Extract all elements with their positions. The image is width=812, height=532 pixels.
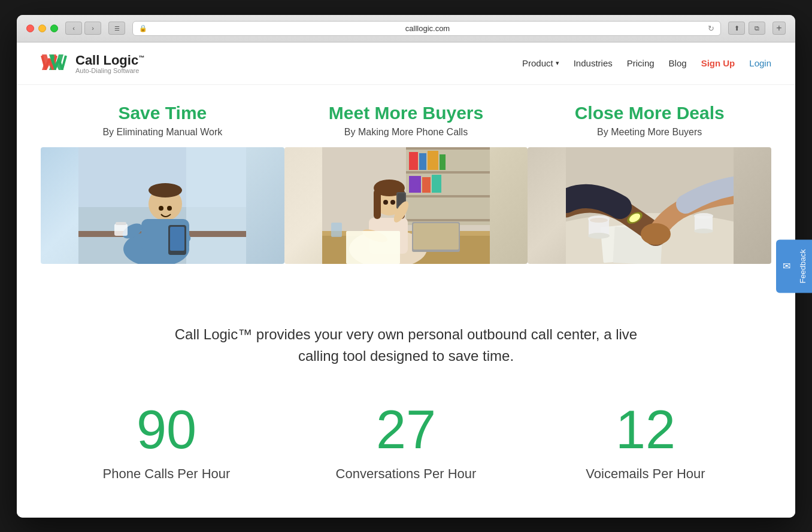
svg-rect-27 xyxy=(440,154,446,170)
phone-calls-label: Phone Calls Per Hour xyxy=(47,466,286,482)
stats-section: 90 Phone Calls Per Hour 27 Conversations… xyxy=(17,391,795,518)
feedback-label: Feedback xyxy=(798,249,807,283)
close-deals-subtitle: By Meeting More Buyers xyxy=(528,127,771,138)
voicemails-number: 12 xyxy=(526,403,765,457)
nav-login-link[interactable]: Login xyxy=(749,58,771,68)
svg-rect-46 xyxy=(414,224,457,248)
hero-card-close-deals: Close More Deals By Meeting More Buyers xyxy=(528,103,771,264)
nav-item-product[interactable]: Product xyxy=(522,58,559,68)
svg-rect-49 xyxy=(331,223,342,237)
address-bar-container: 🔒 ↻ xyxy=(132,21,721,36)
minimize-button[interactable] xyxy=(38,25,46,32)
site-navigation: Call Logic™ Auto-Dialing Software Produc… xyxy=(17,42,795,85)
page-content: Call Logic™ Auto-Dialing Software Produc… xyxy=(17,42,795,518)
phone-calls-number: 90 xyxy=(47,403,286,457)
description-section: Call Logic™ provides your very own perso… xyxy=(119,312,693,391)
svg-rect-14 xyxy=(114,224,128,236)
svg-rect-26 xyxy=(428,151,438,170)
logo-area: Call Logic™ Auto-Dialing Software xyxy=(41,52,144,75)
hero-cards: Save Time By Eliminating Manual Work xyxy=(41,103,771,264)
svg-point-48 xyxy=(390,200,395,205)
svg-rect-43 xyxy=(346,231,400,264)
svg-rect-20 xyxy=(406,147,490,150)
save-time-image xyxy=(41,147,284,264)
save-time-subtitle: By Eliminating Manual Work xyxy=(41,127,284,138)
svg-point-16 xyxy=(159,206,163,211)
conversations-number: 27 xyxy=(286,403,526,457)
svg-rect-28 xyxy=(409,176,421,193)
logo-icon xyxy=(41,52,71,75)
svg-rect-4 xyxy=(186,147,246,264)
browser-window: ‹ › ☰ 🔒 ↻ ⬆ ⧉ + xyxy=(17,15,795,518)
close-deals-title: Close More Deals xyxy=(528,103,771,123)
save-time-title: Save Time xyxy=(41,103,284,123)
back-button[interactable]: ‹ xyxy=(65,22,82,35)
reader-button[interactable]: ☰ xyxy=(108,22,125,35)
logo-text: Call Logic™ Auto-Dialing Software xyxy=(75,53,144,74)
logo-tagline: Auto-Dialing Software xyxy=(75,67,144,74)
meet-buyers-title: Meet More Buyers xyxy=(284,103,528,123)
nav-item-industries[interactable]: Industries xyxy=(574,58,613,68)
description-text: Call Logic™ provides your very own perso… xyxy=(166,324,646,367)
stat-phone-calls: 90 Phone Calls Per Hour xyxy=(47,403,286,482)
maximize-button[interactable] xyxy=(50,25,58,32)
meet-buyers-subtitle: By Making More Phone Calls xyxy=(284,127,528,138)
svg-rect-30 xyxy=(432,175,441,193)
svg-point-17 xyxy=(167,206,172,211)
logo-name: Call Logic™ xyxy=(75,53,144,68)
nav-links: Product Industries Pricing Blog Sign Up … xyxy=(522,58,771,68)
browser-actions: ⬆ ⧉ xyxy=(728,22,765,35)
svg-rect-23 xyxy=(406,219,490,221)
hero-section: Save Time By Eliminating Manual Work xyxy=(17,85,795,312)
svg-point-57 xyxy=(590,218,608,223)
svg-point-8 xyxy=(149,183,182,197)
svg-point-60 xyxy=(694,229,713,233)
new-tab-button[interactable]: + xyxy=(772,22,786,35)
svg-point-63 xyxy=(641,223,671,245)
browser-nav-buttons: ‹ › xyxy=(65,22,101,35)
nav-item-pricing[interactable]: Pricing xyxy=(627,58,655,68)
address-bar[interactable] xyxy=(152,24,703,33)
tab-overview-button[interactable]: ⧉ xyxy=(749,22,765,35)
close-button[interactable] xyxy=(26,25,34,32)
feedback-mail-icon: ✉ xyxy=(781,260,792,272)
browser-titlebar: ‹ › ☰ 🔒 ↻ ⬆ ⧉ + xyxy=(17,15,795,42)
svg-rect-37 xyxy=(374,189,381,219)
reload-button[interactable]: ↻ xyxy=(708,24,714,33)
meet-buyers-image xyxy=(284,147,528,264)
hero-card-save-time: Save Time By Eliminating Manual Work xyxy=(41,103,284,264)
svg-rect-13 xyxy=(170,227,184,251)
svg-rect-21 xyxy=(406,171,490,174)
stat-voicemails: 12 Voicemails Per Hour xyxy=(526,403,765,482)
svg-rect-29 xyxy=(422,177,431,193)
nav-signup-link[interactable]: Sign Up xyxy=(701,58,735,68)
svg-point-47 xyxy=(383,200,388,205)
svg-rect-22 xyxy=(406,195,490,197)
hero-card-meet-buyers: Meet More Buyers By Making More Phone Ca… xyxy=(284,103,528,264)
stat-conversations: 27 Conversations Per Hour xyxy=(286,403,526,482)
voicemails-label: Voicemails Per Hour xyxy=(526,466,765,482)
feedback-button[interactable]: Feedback ✉ xyxy=(776,239,812,293)
svg-rect-24 xyxy=(409,152,418,170)
share-button[interactable]: ⬆ xyxy=(728,22,745,35)
lock-icon: 🔒 xyxy=(139,25,147,32)
close-deals-image xyxy=(528,147,771,264)
nav-item-blog[interactable]: Blog xyxy=(669,58,687,68)
svg-point-56 xyxy=(588,233,610,239)
svg-rect-15 xyxy=(116,222,126,225)
svg-rect-25 xyxy=(419,153,426,170)
conversations-label: Conversations Per Hour xyxy=(286,466,526,482)
forward-button[interactable]: › xyxy=(84,22,101,35)
traffic-lights xyxy=(26,25,58,32)
